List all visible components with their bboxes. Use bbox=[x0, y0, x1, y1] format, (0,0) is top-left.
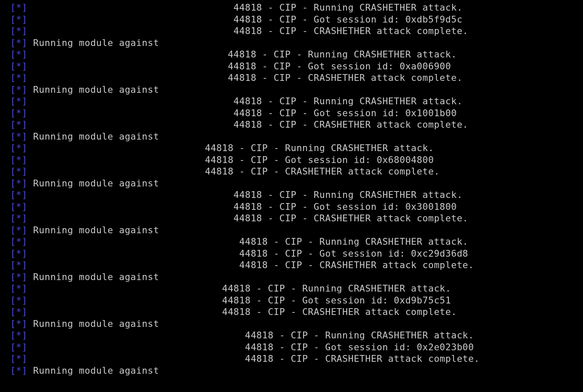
terminal-line: [*] 44818 - CIP - Running CRASHETHER att… bbox=[10, 283, 580, 295]
asterisk-icon: * bbox=[16, 201, 21, 212]
open-bracket: [ bbox=[10, 143, 16, 153]
open-bracket: [ bbox=[10, 108, 16, 118]
line-text: Running module against bbox=[27, 37, 159, 48]
terminal-line: [*] Running module against bbox=[10, 365, 580, 377]
line-text: 44818 - CIP - Running CRASHETHER attack. bbox=[27, 96, 462, 106]
open-bracket: [ bbox=[10, 213, 16, 223]
line-text: 44818 - CIP - Running CRASHETHER attack. bbox=[27, 2, 462, 13]
asterisk-icon: * bbox=[16, 96, 21, 106]
close-bracket: ] bbox=[22, 119, 27, 130]
terminal-line: [*] 44818 - CIP - Running CRASHETHER att… bbox=[10, 95, 580, 107]
open-bracket: [ bbox=[10, 365, 16, 376]
close-bracket: ] bbox=[22, 283, 27, 294]
close-bracket: ] bbox=[22, 248, 27, 259]
asterisk-icon: * bbox=[16, 225, 21, 235]
close-bracket: ] bbox=[22, 155, 27, 165]
asterisk-icon: * bbox=[16, 189, 21, 200]
terminal-line: [*] Running module against bbox=[10, 224, 580, 236]
terminal-line: [*] 44818 - CIP - CRASHETHER attack comp… bbox=[10, 353, 580, 365]
close-bracket: ] bbox=[22, 108, 27, 118]
line-text: Running module against bbox=[27, 365, 159, 376]
terminal-line: [*] 44818 - CIP - Running CRASHETHER att… bbox=[10, 49, 580, 60]
close-bracket: ] bbox=[22, 37, 27, 48]
asterisk-icon: * bbox=[16, 119, 21, 130]
line-text: 44818 - CIP - CRASHETHER attack complete… bbox=[27, 353, 480, 364]
close-bracket: ] bbox=[22, 236, 27, 247]
open-bracket: [ bbox=[10, 37, 16, 48]
close-bracket: ] bbox=[22, 342, 27, 352]
asterisk-icon: * bbox=[16, 260, 21, 270]
open-bracket: [ bbox=[10, 14, 16, 25]
terminal-line: [*] 44818 - CIP - Got session id: 0x3001… bbox=[10, 201, 580, 213]
line-text: Running module against bbox=[27, 178, 159, 189]
asterisk-icon: * bbox=[16, 166, 21, 177]
line-text: 44818 - CIP - Got session id: 0x2e023b00 bbox=[27, 342, 474, 352]
terminal-line: [*] 44818 - CIP - Running CRASHETHER att… bbox=[10, 329, 580, 341]
open-bracket: [ bbox=[10, 283, 16, 294]
close-bracket: ] bbox=[22, 201, 27, 212]
line-text: 44818 - CIP - Running CRASHETHER attack. bbox=[27, 283, 451, 294]
asterisk-icon: * bbox=[16, 295, 21, 306]
line-text: Running module against bbox=[27, 225, 159, 235]
open-bracket: [ bbox=[10, 272, 16, 282]
line-text: 44818 - CIP - CRASHETHER attack complete… bbox=[27, 26, 468, 36]
terminal-line: [*] 44818 - CIP - Running CRASHETHER att… bbox=[10, 236, 580, 248]
close-bracket: ] bbox=[22, 225, 27, 235]
asterisk-icon: * bbox=[16, 14, 21, 25]
terminal-line: [*] 44818 - CIP - Running CRASHETHER att… bbox=[10, 2, 580, 14]
terminal-line: [*] 44818 - CIP - CRASHETHER attack comp… bbox=[10, 212, 580, 224]
open-bracket: [ bbox=[10, 166, 16, 177]
asterisk-icon: * bbox=[16, 365, 21, 376]
open-bracket: [ bbox=[10, 225, 16, 235]
close-bracket: ] bbox=[22, 178, 27, 189]
terminal-line: [*] 44818 - CIP - CRASHETHER attack comp… bbox=[10, 306, 580, 318]
terminal-line: [*] 44818 - CIP - Running CRASHETHER att… bbox=[10, 142, 580, 154]
open-bracket: [ bbox=[10, 353, 16, 364]
terminal-line: [*] 44818 - CIP - Got session id: 0x2e02… bbox=[10, 341, 580, 353]
line-text: 44818 - CIP - Got session id: 0xdb5f9d5c bbox=[27, 14, 462, 25]
asterisk-icon: * bbox=[16, 26, 21, 36]
line-text: Running module against bbox=[27, 84, 159, 95]
open-bracket: [ bbox=[10, 26, 16, 36]
line-text: Running module against bbox=[27, 318, 159, 329]
open-bracket: [ bbox=[10, 178, 16, 189]
asterisk-icon: * bbox=[16, 61, 21, 72]
asterisk-icon: * bbox=[16, 108, 21, 118]
open-bracket: [ bbox=[10, 96, 16, 106]
close-bracket: ] bbox=[22, 213, 27, 223]
close-bracket: ] bbox=[22, 189, 27, 200]
terminal-line: [*] Running module against bbox=[10, 84, 580, 96]
line-text: 44818 - CIP - Running CRASHETHER attack. bbox=[27, 143, 434, 153]
line-text: 44818 - CIP - CRASHETHER attack complete… bbox=[27, 306, 457, 317]
asterisk-icon: * bbox=[16, 283, 21, 294]
open-bracket: [ bbox=[10, 248, 16, 259]
line-text: 44818 - CIP - Got session id: 0x68004800 bbox=[27, 155, 434, 165]
asterisk-icon: * bbox=[16, 236, 21, 247]
asterisk-icon: * bbox=[16, 131, 21, 142]
terminal-line: [*] 44818 - CIP - Got session id: 0x1001… bbox=[10, 107, 580, 119]
open-bracket: [ bbox=[10, 318, 16, 329]
close-bracket: ] bbox=[22, 260, 27, 270]
line-text: 44818 - CIP - Running CRASHETHER attack. bbox=[27, 49, 457, 60]
asterisk-icon: * bbox=[16, 342, 21, 352]
terminal-line: [*] 44818 - CIP - Running CRASHETHER att… bbox=[10, 189, 580, 201]
terminal-line: [*] 44818 - CIP - Got session id: 0xdb5f… bbox=[10, 14, 580, 26]
terminal-line: [*] Running module against bbox=[10, 318, 580, 330]
asterisk-icon: * bbox=[16, 143, 21, 153]
open-bracket: [ bbox=[10, 330, 16, 340]
close-bracket: ] bbox=[22, 49, 27, 60]
terminal-line: [*] Running module against bbox=[10, 177, 580, 189]
line-text: 44818 - CIP - Got session id: 0x3001800 bbox=[27, 201, 457, 212]
line-text: 44818 - CIP - CRASHETHER attack complete… bbox=[27, 119, 468, 130]
terminal-line: [*] 44818 - CIP - Got session id: 0xc29d… bbox=[10, 248, 580, 260]
open-bracket: [ bbox=[10, 61, 16, 72]
terminal-line: [*] 44818 - CIP - CRASHETHER attack comp… bbox=[10, 166, 580, 177]
line-text: 44818 - CIP - CRASHETHER attack complete… bbox=[27, 72, 462, 83]
close-bracket: ] bbox=[22, 166, 27, 177]
line-text: 44818 - CIP - CRASHETHER attack complete… bbox=[27, 213, 468, 223]
open-bracket: [ bbox=[10, 260, 16, 270]
open-bracket: [ bbox=[10, 295, 16, 306]
close-bracket: ] bbox=[22, 272, 27, 282]
close-bracket: ] bbox=[22, 306, 27, 317]
open-bracket: [ bbox=[10, 84, 16, 95]
